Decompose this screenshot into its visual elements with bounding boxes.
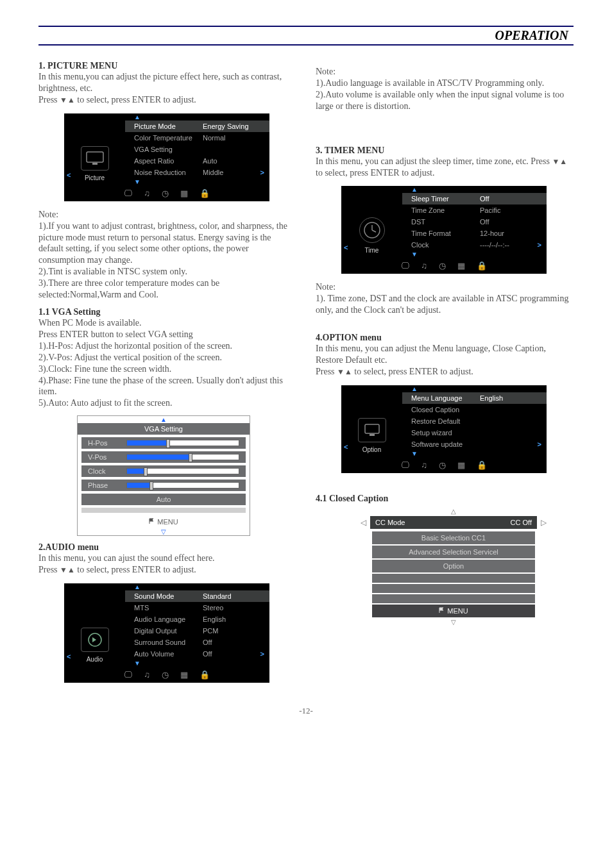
vga-menu-row: MENU xyxy=(78,515,250,528)
section-1-note3: 3).There are three color temperature mod… xyxy=(38,278,296,301)
osd-row: MTSStereo xyxy=(125,602,269,613)
chevron-down-icon: ▽ xyxy=(161,528,166,535)
section-3-note1: 1). Time zone, DST and the clock are ava… xyxy=(316,293,574,316)
clock-icon: ◷ xyxy=(439,261,446,271)
monitor-icon: 🖵 xyxy=(401,261,409,271)
svg-rect-1 xyxy=(92,163,98,165)
cc-row: Advanced Selection Servicel xyxy=(372,546,535,558)
osd-time-left-label: Time xyxy=(365,247,379,254)
osd-row: Sleep TimerOff xyxy=(402,193,547,204)
grid-icon: ▦ xyxy=(457,460,465,470)
chevron-up-icon: ▲ xyxy=(411,186,418,193)
vga-spacer xyxy=(81,508,246,513)
chevron-up-icon: ▲ xyxy=(160,416,167,423)
chevron-right-icon: > xyxy=(260,650,264,658)
page-number: -12- xyxy=(38,706,574,716)
section-4-intro2: Press ▼▲ to select, press ENTER to adjus… xyxy=(316,366,574,378)
osd-row: Surround SoundOff xyxy=(125,637,269,648)
right-column: Note: 1).Audio language is available in … xyxy=(316,57,574,690)
osd-row: Sound ModeStandard xyxy=(125,590,269,602)
osd-category-bar: 🖵 ♫ ◷ ▦ 🔒 xyxy=(64,185,269,201)
chevron-left-icon: < xyxy=(344,244,348,251)
osd-row: Menu LanguageEnglish xyxy=(402,392,547,404)
section-3-intro: In this menu, you can adjust the sleep t… xyxy=(316,156,574,179)
picture-category-icon xyxy=(81,146,109,171)
lock-icon: 🔒 xyxy=(477,460,487,470)
section-4-intro1: In this menu, you can adjust the Menu la… xyxy=(316,343,574,366)
chevron-down-icon: ▽ xyxy=(451,619,456,626)
section-3-title: 3. TIMER MENU xyxy=(316,146,574,156)
flag-icon xyxy=(439,607,445,613)
slider-track xyxy=(126,468,239,474)
chevron-left-icon: < xyxy=(67,171,71,179)
section-2-title: 2.AUDIO menu xyxy=(38,542,296,553)
chevron-up-icon: ▲ xyxy=(134,583,140,590)
grid-icon: ▦ xyxy=(180,670,188,680)
osd-row: Auto VolumeOff xyxy=(125,648,269,660)
audio-category-icon xyxy=(81,628,109,652)
section-4-title: 4.OPTION menu xyxy=(316,333,574,343)
chevron-right-icon: > xyxy=(260,169,264,176)
chevron-left-icon: < xyxy=(344,443,348,451)
vga-slider-row: Phase xyxy=(81,480,246,491)
svg-rect-7 xyxy=(370,434,375,436)
section-1-1-title: 1.1 VGA Setting xyxy=(38,307,296,317)
monitor-icon: 🖵 xyxy=(401,460,409,470)
music-note-icon: ♫ xyxy=(144,670,150,680)
osd-option-menu: < Option ▲ Menu LanguageEnglish Closed C… xyxy=(341,385,547,473)
cc-empty-row xyxy=(372,574,535,583)
two-column-layout: 1. PICTURE MENU In this menu,you can adj… xyxy=(38,57,574,690)
osd-audio-left-label: Audio xyxy=(87,656,103,663)
down-up-arrow-icon: ▼▲ xyxy=(337,367,352,376)
section-1-note-label: Note: xyxy=(38,209,296,221)
cc-empty-row xyxy=(372,584,535,593)
section-4-1-title: 4.1 Closed Caption xyxy=(316,494,574,504)
section-1-1-line: 2).V-Pos: Adjust the vertical position o… xyxy=(38,352,296,363)
monitor-icon: 🖵 xyxy=(124,188,132,198)
cc-row: Option xyxy=(372,560,535,572)
osd-row: Picture ModeEnergy Saving xyxy=(125,121,269,132)
clock-icon: ◷ xyxy=(439,460,446,470)
osd-timer-menu: < Time ▲ Sleep TimerOff Time ZonePacific… xyxy=(341,186,547,274)
vga-setting-panel: ▲ VGA Setting H-Pos V-Pos Clock Phase Au… xyxy=(77,415,250,536)
osd-category-bar: 🖵 ♫ ◷ ▦ 🔒 xyxy=(341,258,547,274)
vga-panel-title: VGA Setting xyxy=(78,423,250,435)
osd-picture-menu: < Picture ▲ Picture ModeEnergy Saving Co… xyxy=(64,113,269,201)
down-up-arrow-icon: ▼▲ xyxy=(60,96,75,104)
chevron-down-icon: ▼ xyxy=(134,178,140,185)
section-1-intro2: Press ▼▲ to select, press ENTER to adjus… xyxy=(38,94,296,106)
grid-icon: ▦ xyxy=(180,188,188,198)
chevron-right-icon: ▷ xyxy=(541,518,547,527)
section-2-note1: 1).Audio language is available in ATSC/T… xyxy=(316,78,574,89)
osd-option-left-label: Option xyxy=(362,446,381,453)
svg-line-5 xyxy=(372,230,376,232)
osd-row: Setup wizard xyxy=(402,427,547,438)
chevron-up-icon: △ xyxy=(451,508,456,515)
option-category-icon xyxy=(358,418,386,442)
monitor-icon: 🖵 xyxy=(124,670,132,680)
chevron-down-icon: ▼ xyxy=(411,450,418,457)
left-column: 1. PICTURE MENU In this menu,you can adj… xyxy=(38,57,296,690)
music-note-icon: ♫ xyxy=(144,188,150,198)
osd-row: Software update xyxy=(402,438,547,450)
cc-row: Basic Selection CC1 xyxy=(372,531,535,544)
svg-rect-0 xyxy=(87,152,103,162)
section-1-note1: 1).If you want to adjust contrast, brigh… xyxy=(38,221,296,267)
down-up-arrow-icon: ▼▲ xyxy=(60,565,75,574)
cc-row: CC Mode CC Off xyxy=(370,516,537,529)
section-1-1-line: 4).Phase: Fine tune the phase of the scr… xyxy=(38,375,296,398)
page-header: OPERATION xyxy=(38,26,574,46)
closed-caption-panel: △ ◁ CC Mode CC Off ▷ Basic Selection CC1… xyxy=(361,508,547,626)
osd-row: Time ZonePacific xyxy=(402,204,547,216)
lock-icon: 🔒 xyxy=(477,261,487,271)
music-note-icon: ♫ xyxy=(421,460,427,470)
slider-track xyxy=(126,440,239,446)
down-up-arrow-icon: ▼▲ xyxy=(552,157,567,166)
vga-slider-row: Clock xyxy=(81,465,246,477)
osd-row: Restore Default xyxy=(402,415,547,427)
section-1-1-line: 1).H-Pos: Adjust the horizontal position… xyxy=(38,340,296,352)
cc-menu-row: MENU xyxy=(372,605,535,617)
chevron-right-icon: > xyxy=(538,440,541,448)
slider-track xyxy=(126,454,239,460)
vga-auto-row: Auto xyxy=(81,494,246,505)
